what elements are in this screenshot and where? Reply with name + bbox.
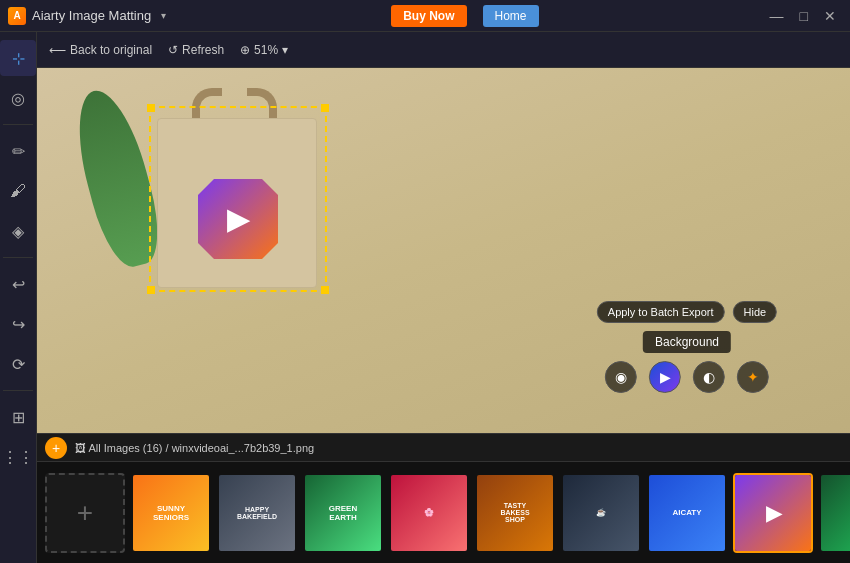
leaf-shape	[65, 83, 170, 272]
refresh-button[interactable]: ↺ Refresh	[168, 43, 224, 57]
filmstrip-path: 🖼 All Images (16) / winxvideoai_...7b2b3…	[75, 442, 314, 454]
window-controls: — □ ✕	[764, 8, 842, 24]
bg-tool-image[interactable]: ▶	[649, 361, 681, 393]
zoom-control[interactable]: ⊕ 51% ▾	[240, 43, 288, 57]
canvas-overlay: Apply to Batch Export Hide Background ◉ …	[597, 301, 777, 393]
background-label: Background	[643, 331, 731, 353]
film-thumb-9[interactable]: 🌿	[819, 473, 850, 553]
filmstrip-count: 🖼	[75, 442, 88, 454]
toolbar-divider-2	[3, 257, 33, 258]
buy-now-button[interactable]: Buy Now	[391, 5, 466, 27]
bag-logo: ▶	[188, 169, 288, 269]
grid-tool-button[interactable]: ⊞	[0, 399, 36, 435]
left-toolbar: ⊹ ◎ ✏ 🖌 ◈ ↩ ↪ ⟳ ⊞ ⋮⋮	[0, 32, 37, 563]
overlay-button-row: Apply to Batch Export Hide	[597, 301, 777, 323]
more-tools-button[interactable]: ⋮⋮	[0, 439, 36, 475]
zoom-dropdown-icon: ▾	[282, 43, 288, 57]
app-title: Aiarty Image Matting	[32, 8, 151, 23]
toolbar-divider	[3, 124, 33, 125]
undo-button[interactable]: ↩	[0, 266, 36, 302]
bag-body: ▶	[157, 118, 317, 288]
add-to-strip-button[interactable]: +	[45, 473, 125, 553]
bg-tool-gradient[interactable]: ◐	[693, 361, 725, 393]
film-thumb-4[interactable]: 🌸	[389, 473, 469, 553]
bg-tool-ai[interactable]: ✦	[737, 361, 769, 393]
selection-handle-br[interactable]	[321, 286, 329, 294]
close-button[interactable]: ✕	[818, 8, 842, 24]
filmstrip-scroll[interactable]: + SUNNYSENIORS HAPPYBAKEFIELD GREENEARTH…	[37, 462, 850, 563]
back-icon: ⟵	[49, 43, 66, 57]
app-dropdown-icon[interactable]: ▾	[161, 10, 166, 21]
film-thumb-6[interactable]: ☕	[561, 473, 641, 553]
paint-tool-button[interactable]: ✏	[0, 133, 36, 169]
plant-decoration	[67, 68, 167, 288]
main-layout: ⊹ ◎ ✏ 🖌 ◈ ↩ ↪ ⟳ ⊞ ⋮⋮ ⟵ Back to original …	[0, 32, 850, 563]
all-images-label: All Images (16)	[88, 442, 162, 454]
canvas-toolbar: ⟵ Back to original ↺ Refresh ⊕ 51% ▾	[37, 32, 850, 68]
maximize-button[interactable]: □	[794, 8, 814, 24]
app-icon: A	[8, 7, 26, 25]
film-thumb-7[interactable]: AICATY	[647, 473, 727, 553]
add-image-button[interactable]: +	[45, 437, 67, 459]
tote-bag: ▶	[157, 88, 317, 288]
background-tools: ◉ ▶ ◐ ✦	[605, 361, 769, 393]
toolbar-divider-3	[3, 390, 33, 391]
select-tool-button[interactable]: ⊹	[0, 40, 36, 76]
eraser-tool-button[interactable]: ◈	[0, 213, 36, 249]
film-thumb-5[interactable]: TASTYBAKESSSHOP	[475, 473, 555, 553]
title-bar: A Aiarty Image Matting ▾ Buy Now Home — …	[0, 0, 850, 32]
film-thumb-2[interactable]: HAPPYBAKEFIELD	[217, 473, 297, 553]
title-bar-left: A Aiarty Image Matting ▾	[8, 7, 166, 25]
center-area: ⟵ Back to original ↺ Refresh ⊕ 51% ▾	[37, 32, 850, 563]
current-filename: winxvideoai_...7b2b39_1.png	[172, 442, 315, 454]
minimize-button[interactable]: —	[764, 8, 790, 24]
hide-button[interactable]: Hide	[733, 301, 778, 323]
home-button[interactable]: Home	[483, 5, 539, 27]
logo-shape: ▶	[198, 179, 278, 259]
title-bar-center: Buy Now Home	[391, 5, 538, 27]
filmstrip-header: + 🖼 All Images (16) / winxvideoai_...7b2…	[37, 434, 850, 462]
pen-tool-button[interactable]: 🖌	[0, 173, 36, 209]
redo-button[interactable]: ↪	[0, 306, 36, 342]
film-thumb-1[interactable]: SUNNYSENIORS	[131, 473, 211, 553]
brush-tool-button[interactable]: ◎	[0, 80, 36, 116]
reset-button[interactable]: ⟳	[0, 346, 36, 382]
refresh-icon: ↺	[168, 43, 178, 57]
film-thumb-8[interactable]: ▶	[733, 473, 813, 553]
filmstrip: + 🖼 All Images (16) / winxvideoai_...7b2…	[37, 433, 850, 563]
zoom-icon: ⊕	[240, 43, 250, 57]
back-to-original-button[interactable]: ⟵ Back to original	[49, 43, 152, 57]
bg-tool-color[interactable]: ◉	[605, 361, 637, 393]
canvas-area[interactable]: ▶	[37, 68, 850, 433]
selection-handle-tr[interactable]	[321, 104, 329, 112]
film-thumb-3[interactable]: GREENEARTH	[303, 473, 383, 553]
apply-to-batch-button[interactable]: Apply to Batch Export	[597, 301, 725, 323]
